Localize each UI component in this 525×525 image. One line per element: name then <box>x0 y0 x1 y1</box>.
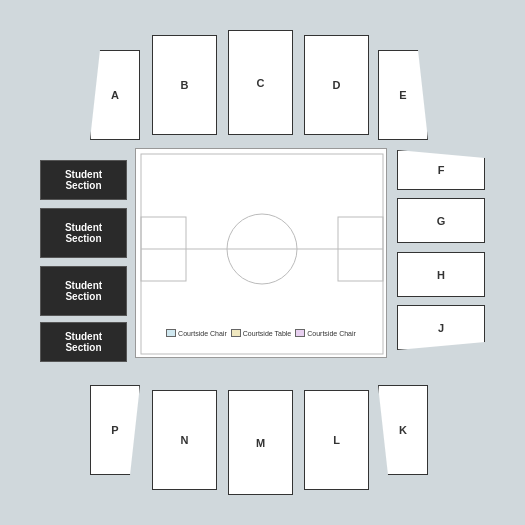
legend-courtside-table: Courtside Table <box>231 329 292 337</box>
arena-map: A B C D E StudentSection StudentSection … <box>0 0 525 525</box>
courtside-legend: Courtside Chair Courtside Table Courtsid… <box>135 329 387 337</box>
section-student-1[interactable]: StudentSection <box>40 160 127 200</box>
section-student-2[interactable]: StudentSection <box>40 208 127 258</box>
court-lines <box>136 149 388 359</box>
section-l[interactable]: L <box>304 390 369 490</box>
section-f[interactable]: F <box>397 150 485 190</box>
legend-courtside-chair: Courtside Chair <box>166 329 227 337</box>
section-a[interactable]: A <box>90 50 140 140</box>
legend-chair-box <box>166 329 176 337</box>
section-d[interactable]: D <box>304 35 369 135</box>
section-j[interactable]: J <box>397 305 485 350</box>
section-c[interactable]: C <box>228 30 293 135</box>
section-p[interactable]: P <box>90 385 140 475</box>
section-k[interactable]: K <box>378 385 428 475</box>
section-n[interactable]: N <box>152 390 217 490</box>
section-student-4[interactable]: StudentSection <box>40 322 127 362</box>
section-e[interactable]: E <box>378 50 428 140</box>
legend-chair2-box <box>295 329 305 337</box>
legend-chair2-label: Courtside Chair <box>307 330 356 337</box>
section-g[interactable]: G <box>397 198 485 243</box>
legend-table-label: Courtside Table <box>243 330 292 337</box>
section-student-3[interactable]: StudentSection <box>40 266 127 316</box>
legend-table-box <box>231 329 241 337</box>
legend-chair-label: Courtside Chair <box>178 330 227 337</box>
section-m[interactable]: M <box>228 390 293 495</box>
court-area <box>135 148 387 358</box>
section-b[interactable]: B <box>152 35 217 135</box>
legend-courtside-chair2: Courtside Chair <box>295 329 356 337</box>
svg-rect-0 <box>141 154 383 354</box>
section-h[interactable]: H <box>397 252 485 297</box>
